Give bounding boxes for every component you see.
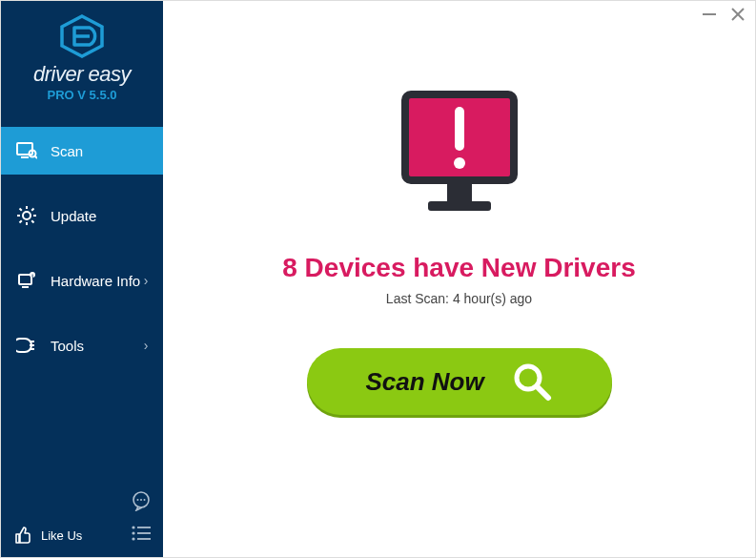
svg-rect-37 [428, 201, 491, 211]
svg-rect-15 [22, 286, 29, 288]
nav-label-hardware: Hardware Info [51, 273, 142, 289]
svg-point-39 [454, 157, 465, 169]
window-controls [702, 7, 746, 27]
thumbs-up-icon [12, 525, 33, 546]
svg-point-5 [23, 212, 31, 219]
svg-rect-2 [21, 156, 29, 158]
svg-point-29 [132, 537, 134, 540]
svg-rect-36 [447, 184, 472, 201]
svg-point-25 [132, 526, 134, 528]
brand-logo-icon [58, 14, 106, 58]
svg-rect-14 [19, 275, 31, 284]
nav-item-update[interactable]: Update [1, 192, 163, 239]
menu-list-icon[interactable] [131, 525, 152, 546]
main-content: 8 Devices have New Drivers Last Scan: 4 … [163, 1, 755, 557]
gear-icon [16, 205, 37, 226]
nav-label-update: Update [51, 208, 150, 224]
status-headline: 8 Devices have New Drivers [282, 253, 635, 283]
close-icon[interactable] [730, 7, 746, 27]
svg-line-10 [20, 209, 22, 211]
chevron-right-icon: › [142, 338, 150, 353]
svg-point-23 [140, 499, 142, 501]
svg-point-24 [144, 499, 146, 501]
last-scan-text: Last Scan: 4 hour(s) ago [386, 291, 532, 306]
brand-name: driver easy [1, 62, 163, 87]
nav-item-hardware[interactable]: i Hardware Info › [1, 257, 163, 304]
like-us-button[interactable]: Like Us [12, 525, 82, 546]
like-us-label: Like Us [41, 528, 82, 543]
scan-icon [16, 140, 37, 161]
nav-label-tools: Tools [51, 338, 142, 354]
magnifier-icon [511, 361, 553, 403]
scan-now-button[interactable]: Scan Now [307, 348, 612, 415]
brand-block: driver easy PRO V 5.5.0 [1, 1, 163, 117]
sidebar: driver easy PRO V 5.5.0 Scan [1, 1, 163, 557]
alert-monitor-icon [388, 83, 531, 230]
minimize-icon[interactable] [702, 7, 717, 27]
tools-icon [16, 335, 37, 356]
chevron-right-icon: › [142, 273, 150, 288]
sidebar-footer: Like Us [1, 481, 163, 557]
nav-item-tools[interactable]: Tools › [1, 321, 163, 369]
svg-line-12 [31, 209, 33, 211]
svg-line-41 [537, 386, 548, 398]
svg-line-13 [20, 220, 22, 222]
svg-point-22 [137, 499, 139, 501]
nav-item-scan[interactable]: Scan [1, 127, 163, 175]
nav: Scan Update [1, 117, 163, 481]
svg-point-27 [132, 531, 134, 534]
svg-line-11 [31, 220, 33, 222]
brand-version: PRO V 5.5.0 [1, 88, 163, 102]
nav-label-scan: Scan [51, 143, 150, 159]
scan-now-label: Scan Now [365, 367, 483, 397]
hardware-icon: i [16, 270, 37, 291]
footer-icon-stack [131, 490, 152, 546]
feedback-icon[interactable] [131, 490, 152, 515]
svg-line-4 [35, 156, 38, 159]
